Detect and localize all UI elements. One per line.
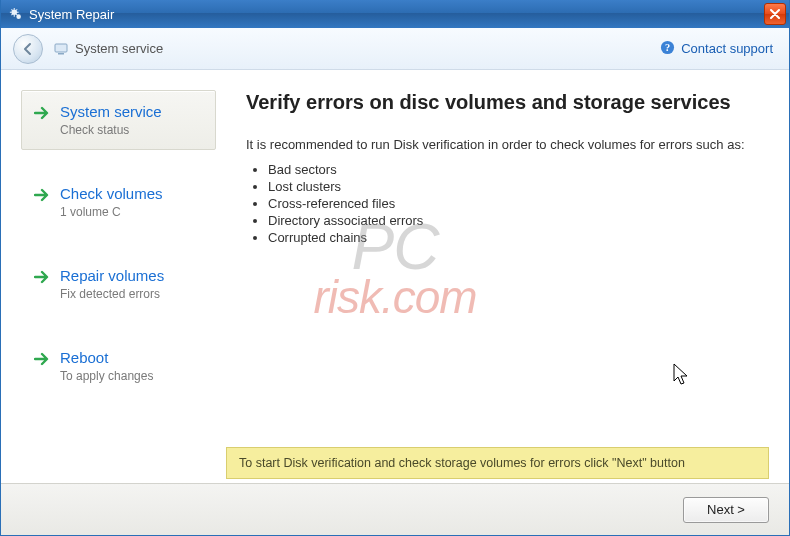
contact-support-label: Contact support bbox=[681, 41, 773, 56]
svg-text:?: ? bbox=[665, 42, 670, 53]
step-title: Check volumes bbox=[60, 185, 163, 203]
list-item: Directory associated errors bbox=[268, 213, 769, 228]
arrow-right-icon bbox=[34, 270, 50, 287]
sidebar-step-1[interactable]: Check volumes1 volume C bbox=[21, 172, 216, 232]
list-item: Bad sectors bbox=[268, 162, 769, 177]
intro-text: It is recommended to run Disk verificati… bbox=[246, 137, 769, 152]
error-list: Bad sectorsLost clustersCross-referenced… bbox=[268, 162, 769, 245]
list-item: Corrupted chains bbox=[268, 230, 769, 245]
main-content: Verify errors on disc volumes and storag… bbox=[216, 90, 769, 483]
window-title: System Repair bbox=[29, 7, 114, 22]
list-item: Lost clusters bbox=[268, 179, 769, 194]
step-subtitle: Check status bbox=[60, 123, 162, 137]
step-text: System serviceCheck status bbox=[60, 103, 162, 137]
sidebar: System serviceCheck statusCheck volumes1… bbox=[21, 90, 216, 483]
next-button[interactable]: Next > bbox=[683, 497, 769, 523]
step-subtitle: To apply changes bbox=[60, 369, 153, 383]
step-text: RebootTo apply changes bbox=[60, 349, 153, 383]
step-title: Repair volumes bbox=[60, 267, 164, 285]
app-window: System Repair System service ? Contact s… bbox=[0, 0, 790, 536]
help-icon: ? bbox=[660, 40, 675, 58]
hint-bar: To start Disk verification and check sto… bbox=[226, 447, 769, 479]
arrow-right-icon bbox=[34, 352, 50, 369]
back-button[interactable] bbox=[13, 34, 43, 64]
page-heading: Verify errors on disc volumes and storag… bbox=[246, 90, 769, 115]
step-subtitle: 1 volume C bbox=[60, 205, 163, 219]
step-subtitle: Fix detected errors bbox=[60, 287, 164, 301]
toolbar: System service ? Contact support bbox=[1, 28, 789, 70]
close-button[interactable] bbox=[764, 3, 786, 25]
svg-rect-2 bbox=[55, 44, 67, 52]
body: System serviceCheck statusCheck volumes1… bbox=[1, 70, 789, 483]
svg-rect-3 bbox=[58, 53, 64, 55]
sidebar-step-2[interactable]: Repair volumesFix detected errors bbox=[21, 254, 216, 314]
step-title: System service bbox=[60, 103, 162, 121]
app-icon bbox=[9, 7, 23, 21]
step-title: Reboot bbox=[60, 349, 153, 367]
arrow-right-icon bbox=[34, 188, 50, 205]
sidebar-step-0[interactable]: System serviceCheck status bbox=[21, 90, 216, 150]
list-item: Cross-referenced files bbox=[268, 196, 769, 211]
footer: Next > bbox=[1, 483, 789, 535]
sidebar-step-3[interactable]: RebootTo apply changes bbox=[21, 336, 216, 396]
arrow-right-icon bbox=[34, 106, 50, 123]
step-text: Repair volumesFix detected errors bbox=[60, 267, 164, 301]
service-icon bbox=[53, 41, 69, 57]
step-text: Check volumes1 volume C bbox=[60, 185, 163, 219]
contact-support-link[interactable]: ? Contact support bbox=[660, 40, 773, 58]
toolbar-title: System service bbox=[75, 41, 163, 56]
titlebar: System Repair bbox=[1, 0, 789, 28]
